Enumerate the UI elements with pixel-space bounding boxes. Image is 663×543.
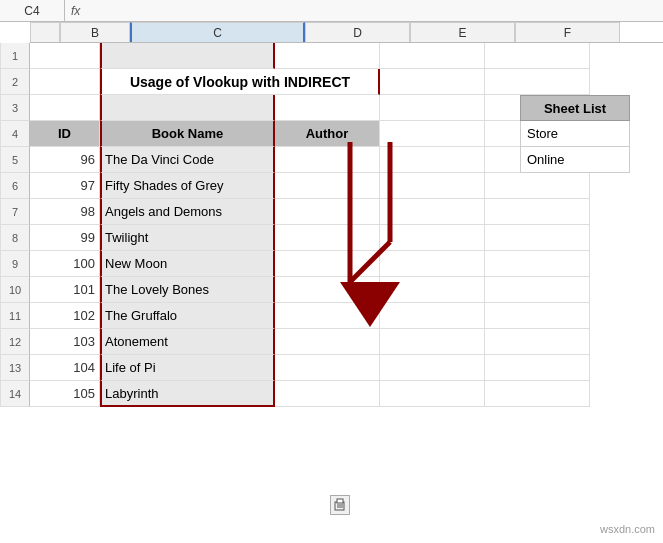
row-num-14: 14 [0, 381, 30, 407]
cell-d4-header[interactable]: Author [275, 121, 380, 147]
cell-b8[interactable]: 99 [30, 225, 100, 251]
cell-f8[interactable] [485, 225, 590, 251]
table-row: 7 98 Angels and Demons [0, 199, 663, 225]
cell-c12[interactable]: Atonement [100, 329, 275, 355]
row-num-7: 7 [0, 199, 30, 225]
cell-c3[interactable] [100, 95, 275, 121]
cell-c1[interactable] [100, 43, 275, 69]
svg-rect-5 [337, 499, 343, 503]
cell-c7[interactable]: Angels and Demons [100, 199, 275, 225]
cell-e10[interactable] [380, 277, 485, 303]
cell-e5[interactable] [380, 147, 485, 173]
cell-b9[interactable]: 100 [30, 251, 100, 277]
sheet-list-item-store[interactable]: Store [520, 121, 630, 147]
cell-f10[interactable] [485, 277, 590, 303]
row-num-5: 5 [0, 147, 30, 173]
table-row: 12 103 Atonement [0, 329, 663, 355]
cell-c6[interactable]: Fifty Shades of Grey [100, 173, 275, 199]
col-header-c[interactable]: C [130, 22, 305, 42]
cell-d5[interactable] [275, 147, 380, 173]
cell-b11[interactable]: 102 [30, 303, 100, 329]
cell-f2[interactable] [485, 69, 590, 95]
cell-c14[interactable]: Labyrinth [100, 381, 275, 407]
cell-e6[interactable] [380, 173, 485, 199]
cell-b1[interactable] [30, 43, 100, 69]
cell-c10[interactable]: The Lovely Bones [100, 277, 275, 303]
cell-c8[interactable]: Twilight [100, 225, 275, 251]
cell-c11[interactable]: The Gruffalo [100, 303, 275, 329]
table-row: 1 [0, 43, 663, 69]
cell-d8[interactable] [275, 225, 380, 251]
row-num-1: 1 [0, 43, 30, 69]
cell-f7[interactable] [485, 199, 590, 225]
cell-d14[interactable] [275, 381, 380, 407]
sheet-list-item-online[interactable]: Online [520, 147, 630, 173]
col-header-d[interactable]: D [305, 22, 410, 42]
spreadsheet: C4 fx B C D E F 1 2 Usage of Vlookup wit… [0, 0, 663, 543]
row-num-2: 2 [0, 69, 30, 95]
cell-b13[interactable]: 104 [30, 355, 100, 381]
col-header-a[interactable] [30, 22, 60, 42]
cell-f6[interactable] [485, 173, 590, 199]
cell-b2[interactable] [30, 69, 100, 95]
cell-b14[interactable]: 105 [30, 381, 100, 407]
cell-e14[interactable] [380, 381, 485, 407]
cell-e7[interactable] [380, 199, 485, 225]
table-row: 2 Usage of Vlookup with INDIRECT [0, 69, 663, 95]
cell-f1[interactable] [485, 43, 590, 69]
cell-e13[interactable] [380, 355, 485, 381]
cell-c13[interactable]: Life of Pi [100, 355, 275, 381]
cell-f12[interactable] [485, 329, 590, 355]
cell-d12[interactable] [275, 329, 380, 355]
row-num-3: 3 [0, 95, 30, 121]
cell-d6[interactable] [275, 173, 380, 199]
cell-d11[interactable] [275, 303, 380, 329]
table-row: 10 101 The Lovely Bones [0, 277, 663, 303]
row-num-4: 4 [0, 121, 30, 147]
sheet-list-box: Sheet List Store Online [520, 95, 630, 173]
cell-e4[interactable] [380, 121, 485, 147]
cell-d13[interactable] [275, 355, 380, 381]
cell-e11[interactable] [380, 303, 485, 329]
col-header-b[interactable]: B [60, 22, 130, 42]
cell-f11[interactable] [485, 303, 590, 329]
cell-e8[interactable] [380, 225, 485, 251]
cell-b6[interactable]: 97 [30, 173, 100, 199]
cell-b4-header[interactable]: ID [30, 121, 100, 147]
title-cell[interactable]: Usage of Vlookup with INDIRECT [100, 69, 380, 95]
fx-label: fx [65, 4, 86, 18]
row-num-8: 8 [0, 225, 30, 251]
cell-b5[interactable]: 96 [30, 147, 100, 173]
cell-f13[interactable] [485, 355, 590, 381]
cell-e12[interactable] [380, 329, 485, 355]
cell-d9[interactable] [275, 251, 380, 277]
row-num-6: 6 [0, 173, 30, 199]
cell-d7[interactable] [275, 199, 380, 225]
cell-e2[interactable] [380, 69, 485, 95]
cell-b12[interactable]: 103 [30, 329, 100, 355]
cell-e3[interactable] [380, 95, 485, 121]
cell-e1[interactable] [380, 43, 485, 69]
cell-c4-header[interactable]: Book Name [100, 121, 275, 147]
cell-b3[interactable] [30, 95, 100, 121]
cell-f14[interactable] [485, 381, 590, 407]
cell-b10[interactable]: 101 [30, 277, 100, 303]
row-num-13: 13 [0, 355, 30, 381]
cell-e9[interactable] [380, 251, 485, 277]
cell-d10[interactable] [275, 277, 380, 303]
row-num-10: 10 [0, 277, 30, 303]
cell-f9[interactable] [485, 251, 590, 277]
cell-c9[interactable]: New Moon [100, 251, 275, 277]
table-row: 13 104 Life of Pi [0, 355, 663, 381]
paste-icon[interactable] [330, 495, 350, 515]
cell-c5[interactable]: The Da Vinci Code [100, 147, 275, 173]
watermark: wsxdn.com [600, 523, 655, 535]
cell-d3[interactable] [275, 95, 380, 121]
col-header-e[interactable]: E [410, 22, 515, 42]
cell-b7[interactable]: 98 [30, 199, 100, 225]
table-row: 8 99 Twilight [0, 225, 663, 251]
col-header-f[interactable]: F [515, 22, 620, 42]
name-box[interactable]: C4 [0, 0, 65, 22]
row-num-12: 12 [0, 329, 30, 355]
cell-d1[interactable] [275, 43, 380, 69]
